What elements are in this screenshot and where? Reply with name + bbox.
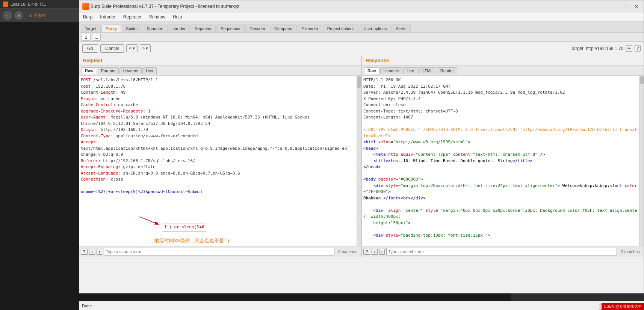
target-help-btn[interactable]: ? <box>635 45 641 52</box>
burp-titlebar: Burp Suite Professional v1.7.37 - Tempor… <box>79 0 644 12</box>
minimize-btn[interactable]: — <box>614 2 623 11</box>
cancel-button[interactable]: Cancel <box>100 44 124 53</box>
nav-right-btn[interactable]: > ▾ <box>140 44 151 52</box>
security-warning: ⚠ 不安全 <box>26 11 76 20</box>
os-left-sidebar: Less-16- Blind- Ti... ← ✕ ⚠ 不安全 <box>0 0 79 310</box>
status-text: Done <box>82 304 641 308</box>
request-text: POST /sql-labs/Less-16/HTTP/1.1 Host: 19… <box>81 77 355 195</box>
panels-container: Request Raw Params Headers Hex POST /sql… <box>79 55 644 257</box>
response-header: Response <box>362 55 644 66</box>
request-tabs: Raw Params Headers Hex <box>79 66 361 76</box>
response-search-input[interactable] <box>386 248 617 255</box>
tab-user-options[interactable]: User options <box>360 24 391 32</box>
repeater-tab-dots[interactable]: ... <box>92 34 101 41</box>
burp-main-tabs: Target Proxy Spider Scanner Intruder Rep… <box>79 21 644 33</box>
response-panel: Response Raw Headers Hex HTML Render HTT… <box>362 55 644 257</box>
tab-repeater[interactable]: Repeater <box>190 24 216 32</box>
menu-window[interactable]: Window <box>147 14 168 20</box>
nav-back-btn[interactable]: ← <box>3 11 12 20</box>
response-text: HTTP/1.1 200 OK Date: Fri, 19 Aug 2022 1… <box>363 77 638 246</box>
req-tab-params[interactable]: Params <box>98 67 119 74</box>
request-content[interactable]: POST /sql-labs/Less-16/HTTP/1.1 Host: 19… <box>79 76 357 246</box>
window-controls: — □ ✕ <box>614 2 641 11</box>
request-header: Request <box>79 55 361 66</box>
csdn-badge: CSDN @专业划水选手 <box>602 303 644 310</box>
resp-tab-html[interactable]: HTML <box>418 67 436 74</box>
tab-spider[interactable]: Spider <box>122 24 142 32</box>
request-help-btn[interactable]: ? <box>81 249 88 255</box>
tab-intruder[interactable]: Intruder <box>167 24 190 32</box>
controls-row: Go Cancel < ▾ > ▾ Target: http://192.168… <box>79 42 644 55</box>
request-prev-btn[interactable]: ‹ <box>89 249 95 255</box>
menu-intruder[interactable]: Intruder <box>98 14 118 20</box>
request-title: Request <box>83 58 102 63</box>
burp-window: Burp Suite Professional v1.7.37 - Tempor… <box>79 0 644 293</box>
burp-window-title: Burp Suite Professional v1.7.37 - Tempor… <box>91 4 239 9</box>
svg-line-0 <box>139 217 158 224</box>
nav-left-btn[interactable]: < ▾ <box>126 44 137 52</box>
response-search-bar: ? ‹ › 0 matches <box>362 246 644 257</box>
request-match-count: 0 matches <box>336 249 360 254</box>
tab-alerts[interactable]: Alerts <box>392 24 410 32</box>
scrollbar-thumb[interactable] <box>357 76 361 88</box>
close-btn[interactable]: ✕ <box>632 2 641 11</box>
response-content-area: HTTP/1.1 200 OK Date: Fri, 19 Aug 2022 1… <box>362 76 644 246</box>
burp-icon <box>82 3 89 10</box>
response-scrollbar-thumb[interactable] <box>640 76 644 84</box>
menu-burp[interactable]: Burp <box>81 14 95 20</box>
response-tabs: Raw Headers Hex HTML Render <box>362 66 644 76</box>
response-match-count: 0 matches <box>618 249 642 254</box>
request-next-btn[interactable]: › <box>97 249 103 255</box>
maximize-btn[interactable]: □ <box>623 2 632 11</box>
req-tab-raw[interactable]: Raw <box>82 67 97 74</box>
request-panel: Request Raw Params Headers Hex POST /sql… <box>79 55 362 257</box>
tab-proxy[interactable]: Proxy <box>101 24 121 32</box>
response-help-btn[interactable]: ? <box>363 249 370 255</box>
repeater-subtabs: 1 ... <box>79 33 644 42</box>
annotation-container: 1') or sleep(5)# <box>136 215 181 232</box>
response-content[interactable]: HTTP/1.1 200 OK Date: Fri, 19 Aug 2022 1… <box>362 76 639 246</box>
menu-help[interactable]: Help <box>171 14 184 20</box>
browser-nav-bar: ← ✕ ⚠ 不安全 <box>0 9 79 22</box>
req-tab-headers[interactable]: Headers <box>119 67 142 74</box>
browser-tab[interactable]: Less-16- Blind- Ti... <box>0 0 79 9</box>
warning-icon: ⚠ <box>29 13 32 18</box>
request-search-input[interactable] <box>104 248 334 255</box>
tab-decoder[interactable]: Decoder <box>245 24 269 32</box>
resp-tab-headers[interactable]: Headers <box>380 67 403 74</box>
nav-close-btn[interactable]: ✕ <box>14 11 23 20</box>
annotation-label: 1') or sleep(5)# <box>162 223 206 232</box>
tab-extender[interactable]: Extender <box>298 24 322 32</box>
request-content-area: POST /sql-labs/Less-16/HTTP/1.1 Host: 19… <box>79 76 361 246</box>
warning-text: 不安全 <box>34 13 46 18</box>
tab-project-options[interactable]: Project options <box>323 24 359 32</box>
tab-scanner[interactable]: Scanner <box>143 24 166 32</box>
target-edit-btn[interactable]: ✏ <box>626 45 632 52</box>
repeater-tab-1[interactable]: 1 <box>82 34 91 41</box>
resp-tab-render[interactable]: Render <box>437 67 457 74</box>
resp-tab-hex[interactable]: Hex <box>403 67 417 74</box>
tab-target[interactable]: Target <box>81 24 101 32</box>
request-search-bar: ? ‹ › 0 matches <box>79 246 361 257</box>
response-next-btn[interactable]: › <box>379 249 385 255</box>
tab-title: Less-16- Blind- Ti... <box>11 2 46 6</box>
tab-comparer[interactable]: Comparer <box>270 24 297 32</box>
req-tab-hex[interactable]: Hex <box>142 67 157 74</box>
annotation-chinese: 响应时间33毫秒，闭合点也不是') <box>154 237 230 245</box>
response-scrollbar[interactable] <box>639 76 644 246</box>
status-bar: Done 1,712 bytes | 33 millis <box>79 301 644 310</box>
resp-tab-raw[interactable]: Raw <box>364 67 379 74</box>
tab-sequencer[interactable]: Sequencer <box>216 24 245 32</box>
menu-repeater[interactable]: Repeater <box>121 14 144 20</box>
response-prev-btn[interactable]: ‹ <box>372 249 378 255</box>
target-label: Target: http://192.168.1.70 <box>571 46 623 51</box>
burp-title-area: Burp Suite Professional v1.7.37 - Tempor… <box>82 3 239 10</box>
go-button[interactable]: Go <box>82 44 98 53</box>
request-scrollbar[interactable] <box>357 76 361 246</box>
response-title: Response <box>366 58 389 63</box>
tab-icon <box>3 2 8 7</box>
burp-menubar: Burp Intruder Repeater Window Help <box>79 12 644 21</box>
